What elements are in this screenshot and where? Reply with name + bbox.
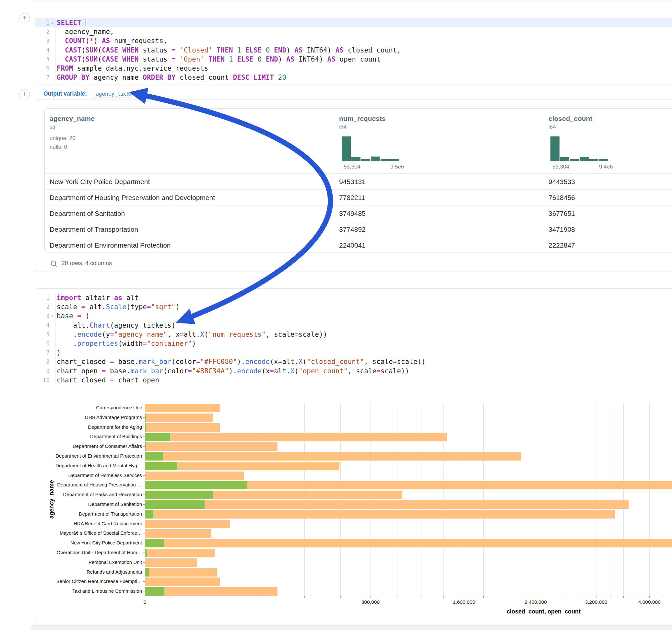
column-histogram — [342, 137, 400, 161]
fold-chevron-icon[interactable]: ∨ — [50, 311, 55, 320]
output-variable-row: Output variable: agency_tickets — [44, 88, 131, 99]
table-row[interactable]: Department of Sanitation37494853677651 — [45, 205, 672, 221]
line-number: 10 — [35, 375, 50, 385]
closed-count-bar[interactable] — [145, 520, 230, 528]
code-line: 7) — [35, 348, 672, 357]
table-cell: 9443533 — [549, 174, 575, 190]
gridline — [340, 403, 341, 596]
x-tick-mark — [582, 596, 582, 598]
closed-count-bar[interactable] — [145, 539, 672, 547]
table-row[interactable]: Department of Transportation377489234719… — [45, 221, 672, 237]
x-tick-mark — [145, 596, 145, 598]
histogram-bin — [580, 157, 589, 161]
output-variable-input[interactable]: agency_tickets — [93, 90, 131, 98]
table-cell: Department of Environmental Protection — [50, 237, 171, 253]
table-row[interactable]: New York City Police Department945313194… — [45, 173, 672, 189]
x-tick-mark — [610, 596, 610, 598]
next-cell-fragment — [31, 626, 672, 630]
column-header[interactable]: agency_name — [50, 115, 95, 122]
closed-count-bar[interactable] — [145, 442, 278, 451]
x-tick-mark — [596, 596, 597, 598]
table-cell: 9453131 — [339, 174, 366, 190]
x-axis-label: 0 — [144, 599, 146, 605]
open-count-bar[interactable] — [145, 491, 213, 499]
column-type: str — [50, 124, 56, 130]
search-icon[interactable] — [51, 260, 57, 267]
column-header[interactable]: num_requests — [339, 115, 386, 122]
closed-count-bar[interactable] — [145, 578, 220, 586]
line-number: 1 — [35, 293, 50, 302]
gridline — [304, 403, 305, 596]
y-axis-label: Operations Unit - Department of Hom… — [35, 548, 142, 557]
open-count-bar[interactable] — [145, 549, 147, 557]
histogram-max-label: 9.4e6 — [599, 164, 613, 170]
closed-count-bar[interactable] — [145, 413, 213, 422]
sql-code-editor[interactable]: 1∨SELECT 2 agency_name,3 COUNT(*) AS num… — [35, 18, 672, 82]
open-count-bar[interactable] — [145, 568, 149, 577]
open-count-bar[interactable] — [145, 452, 163, 461]
histogram-bin — [550, 137, 559, 161]
table-cell: 3471908 — [549, 221, 575, 237]
closed-count-bar[interactable] — [145, 500, 628, 509]
closed-count-bar[interactable] — [145, 433, 447, 441]
x-tick-mark — [258, 596, 258, 598]
column-histogram — [550, 137, 609, 161]
closed-count-bar[interactable] — [145, 404, 220, 412]
line-number: 3 — [35, 36, 50, 45]
open-count-bar[interactable] — [145, 442, 146, 451]
gridline — [637, 403, 637, 596]
line-number: 4 — [35, 46, 50, 55]
histogram-min-label: 53,304 — [552, 164, 569, 170]
closed-count-bar[interactable] — [145, 568, 217, 577]
table-footer: 20 rows, 4 columns — [51, 260, 112, 267]
code-line: 10chart_closed + chart_open — [35, 375, 672, 385]
gridline — [443, 403, 444, 596]
x-axis-label: 1,600,000 — [453, 599, 475, 605]
add-cell-button-output[interactable]: + — [20, 89, 30, 99]
open-count-bar[interactable] — [145, 481, 247, 489]
closed-count-bar[interactable] — [145, 549, 215, 557]
x-tick-mark — [536, 596, 536, 598]
closed-count-bar[interactable] — [145, 587, 278, 596]
column-type: i64 — [549, 124, 556, 130]
column-header[interactable]: closed_count — [549, 115, 592, 122]
open-count-bar[interactable] — [145, 423, 146, 432]
gridline — [258, 403, 258, 596]
gridline — [421, 403, 422, 596]
open-count-bar[interactable] — [145, 587, 164, 596]
closed-count-bar[interactable] — [145, 423, 220, 432]
open-count-bar[interactable] — [145, 413, 146, 422]
table-cell: Department of Transportation — [50, 221, 138, 237]
fold-chevron-icon[interactable]: ∨ — [50, 18, 55, 27]
gridline — [370, 403, 371, 596]
y-axis-label: Correspondence Unit — [35, 403, 142, 413]
open-count-bar[interactable] — [145, 462, 177, 470]
open-count-bar[interactable] — [145, 510, 153, 518]
table-cell: Department of Housing Preservation and D… — [50, 190, 215, 205]
x-axis-label: 800,000 — [361, 599, 380, 605]
table-row[interactable]: Department of Housing Preservation and D… — [45, 189, 672, 205]
closed-count-bar[interactable] — [145, 510, 615, 518]
add-cell-button-top[interactable]: + — [20, 13, 30, 23]
line-number: 6 — [35, 64, 50, 73]
histogram-bin — [361, 159, 370, 161]
python-code-editor[interactable]: 1import altair as alt2scale = alt.Scale(… — [35, 293, 672, 385]
x-tick-mark — [637, 596, 637, 598]
y-axis-label: Personal Exemption Unit — [35, 557, 142, 567]
histogram-bin — [560, 157, 569, 161]
open-count-bar[interactable] — [145, 539, 164, 547]
histogram-bin — [352, 157, 360, 161]
histogram-bin — [599, 159, 608, 161]
python-cell: 1import altair as alt2scale = alt.Scale(… — [35, 288, 672, 624]
x-axis-label: 2,400,000 — [525, 599, 547, 605]
open-count-bar[interactable] — [145, 500, 205, 509]
y-axis-label: New York City Police Department — [35, 538, 142, 548]
table-row[interactable]: Department of Environmental Protection22… — [45, 237, 672, 253]
closed-count-bar[interactable] — [145, 529, 211, 538]
y-axis-label: Taxi and Limousine Commission — [35, 586, 142, 596]
closed-count-bar[interactable] — [145, 452, 521, 461]
closed-count-bar[interactable] — [145, 558, 197, 567]
gridline — [552, 403, 552, 596]
open-count-bar[interactable] — [145, 433, 170, 441]
closed-count-bar[interactable] — [145, 471, 244, 480]
